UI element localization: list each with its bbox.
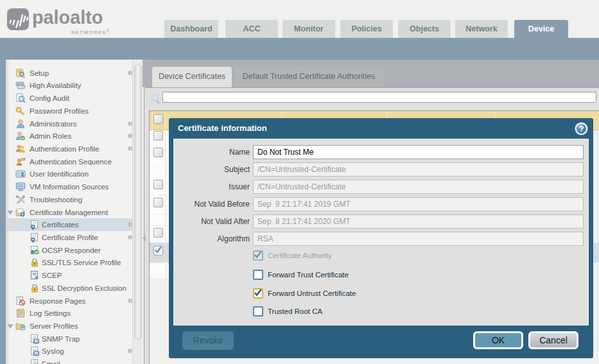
- svg-text:?: ?: [579, 125, 584, 134]
- svg-text:123: 123: [21, 157, 26, 161]
